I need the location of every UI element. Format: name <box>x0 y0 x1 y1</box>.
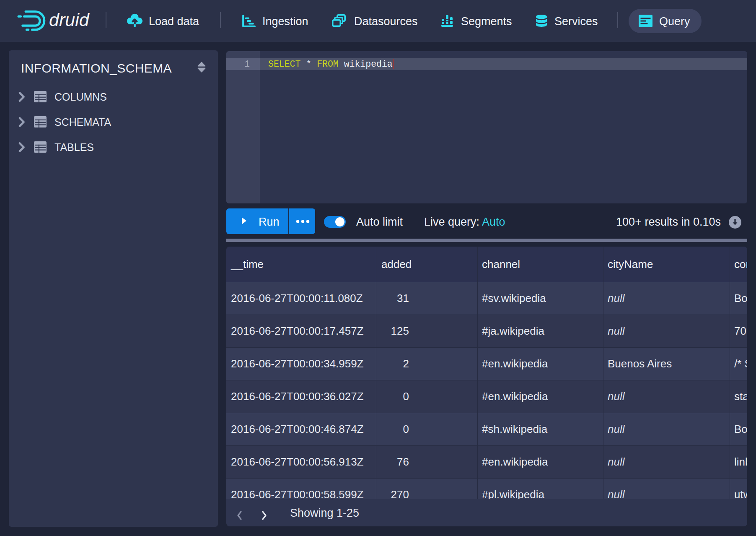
svg-text:druid: druid <box>49 10 90 30</box>
